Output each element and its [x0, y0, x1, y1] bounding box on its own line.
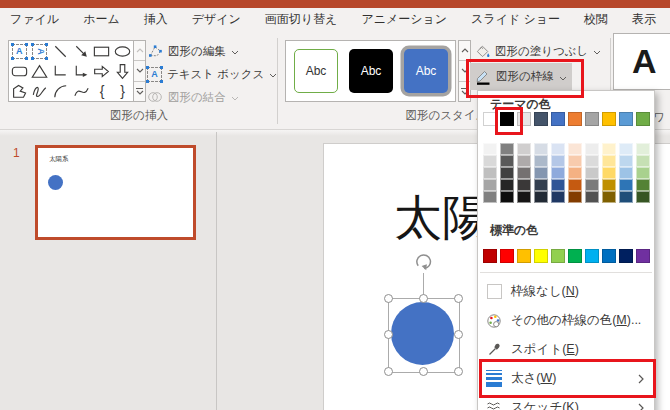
line-arrow-shape-icon[interactable]	[71, 41, 92, 61]
resize-handle[interactable]	[419, 294, 428, 303]
ribbon-tab[interactable]: 挿入	[144, 11, 168, 28]
standard-color-swatch[interactable]	[585, 249, 599, 263]
triangle-shape-icon[interactable]	[30, 61, 51, 81]
left-brace-shape-icon[interactable]: {	[92, 81, 113, 101]
shape-outline-button[interactable]: 図形の枠線	[470, 63, 572, 90]
theme-variant-swatch[interactable]	[568, 167, 582, 179]
theme-variant-swatch[interactable]	[602, 167, 616, 179]
theme-variant-swatch[interactable]	[585, 155, 599, 167]
line-shape-icon[interactable]	[50, 41, 71, 61]
styles-more-button[interactable]	[459, 82, 470, 101]
theme-variant-swatch[interactable]	[585, 179, 599, 191]
theme-variant-swatch[interactable]	[602, 191, 616, 203]
theme-variant-swatch[interactable]	[619, 167, 633, 179]
shape-fill-button[interactable]: 図形の塗りつぶし	[475, 42, 601, 60]
theme-color-swatch[interactable]	[568, 112, 582, 126]
standard-color-swatch[interactable]	[517, 249, 531, 263]
menu-item-more-outline-colors[interactable]: その他の枠線の色(M)...	[478, 306, 654, 335]
theme-color-swatch[interactable]	[636, 112, 650, 126]
rotation-handle-icon[interactable]	[412, 251, 434, 273]
standard-color-swatch[interactable]	[500, 249, 514, 263]
theme-variant-swatch[interactable]	[568, 191, 582, 203]
standard-color-swatch[interactable]	[602, 249, 616, 263]
standard-color-swatch[interactable]	[483, 249, 497, 263]
theme-variant-swatch[interactable]	[551, 143, 565, 155]
standard-color-swatch[interactable]	[619, 249, 633, 263]
style-sample-3-selected[interactable]: Abc	[404, 49, 448, 93]
wordart-sample[interactable]: A	[613, 33, 670, 90]
arc-shape-icon[interactable]	[50, 81, 71, 101]
curve-shape-icon[interactable]	[71, 81, 92, 101]
theme-variant-swatch[interactable]	[517, 155, 531, 167]
edit-shape-button[interactable]: 図形の編集	[147, 41, 239, 61]
scribble-shape-icon[interactable]	[30, 81, 51, 101]
resize-handle[interactable]	[454, 367, 463, 376]
standard-color-swatch[interactable]	[568, 249, 582, 263]
style-sample-1[interactable]: Abc	[294, 49, 338, 93]
vertical-text-box-shape-icon[interactable]: A	[30, 41, 51, 61]
theme-variant-swatch[interactable]	[636, 191, 650, 203]
text-box-button[interactable]: A テキスト ボックス	[147, 64, 277, 84]
theme-variant-swatch[interactable]	[636, 179, 650, 191]
ribbon-tab[interactable]: ホーム	[83, 11, 120, 28]
theme-variant-swatch[interactable]	[500, 143, 514, 155]
resize-handle[interactable]	[454, 330, 463, 339]
theme-color-swatch[interactable]	[517, 112, 531, 126]
theme-variant-swatch[interactable]	[619, 143, 633, 155]
ribbon-tab[interactable]: 表示	[632, 11, 656, 28]
theme-variant-swatch[interactable]	[602, 179, 616, 191]
gallery-scroll-down-button[interactable]	[134, 61, 145, 81]
theme-variant-swatch[interactable]	[636, 143, 650, 155]
theme-variant-swatch[interactable]	[636, 167, 650, 179]
theme-variant-swatch[interactable]	[585, 143, 599, 155]
styles-scroll-up-button[interactable]	[459, 41, 470, 61]
right-block-arrow-shape-icon[interactable]	[92, 61, 113, 81]
gallery-scroll-up-button[interactable]	[134, 41, 145, 61]
menu-item-eyedropper[interactable]: スポイト(E)	[478, 335, 654, 364]
menu-item-sketch[interactable]: スケッチ(K)	[478, 393, 654, 410]
circle-shape[interactable]	[391, 302, 454, 365]
theme-variant-swatch[interactable]	[568, 155, 582, 167]
standard-color-swatch[interactable]	[534, 249, 548, 263]
ribbon-tab[interactable]: 校閲	[584, 11, 608, 28]
down-block-arrow-shape-icon[interactable]	[112, 61, 133, 81]
theme-variant-swatch[interactable]	[585, 191, 599, 203]
theme-variant-swatch[interactable]	[619, 155, 633, 167]
ribbon-tab[interactable]: デザイン	[192, 11, 241, 28]
theme-variant-swatch[interactable]	[483, 143, 497, 155]
theme-color-swatch[interactable]	[602, 112, 616, 126]
theme-variant-swatch[interactable]	[534, 167, 548, 179]
theme-variant-swatch[interactable]	[585, 167, 599, 179]
theme-color-swatch[interactable]	[483, 112, 497, 126]
freeform-shape-icon[interactable]	[9, 81, 30, 101]
theme-variant-swatch[interactable]	[534, 179, 548, 191]
resize-handle[interactable]	[384, 330, 393, 339]
resize-handle[interactable]	[454, 294, 463, 303]
theme-variant-swatch[interactable]	[636, 155, 650, 167]
right-brace-shape-icon[interactable]: }	[112, 81, 133, 101]
theme-variant-swatch[interactable]	[602, 155, 616, 167]
theme-color-swatch[interactable]	[619, 112, 633, 126]
ribbon-tab[interactable]: ファイル	[10, 11, 59, 28]
theme-variant-swatch[interactable]	[517, 191, 531, 203]
gallery-more-button[interactable]	[134, 82, 145, 101]
theme-variant-swatch[interactable]	[500, 167, 514, 179]
theme-color-swatch[interactable]	[551, 112, 565, 126]
oval-shape-icon[interactable]	[112, 41, 133, 61]
style-sample-2[interactable]: Abc	[349, 49, 393, 93]
rectangle-shape-icon[interactable]	[92, 41, 113, 61]
standard-color-swatch[interactable]	[636, 249, 650, 263]
text-box-shape-icon[interactable]: A	[9, 41, 30, 61]
theme-variant-swatch[interactable]	[500, 191, 514, 203]
theme-color-swatch[interactable]	[534, 112, 548, 126]
resize-handle[interactable]	[384, 367, 393, 376]
slide-thumbnail[interactable]: 太陽系	[35, 145, 196, 240]
theme-variant-swatch[interactable]	[619, 191, 633, 203]
elbow-connector-shape-icon[interactable]	[50, 61, 71, 81]
rounded-rectangle-shape-icon[interactable]	[9, 61, 30, 81]
theme-variant-swatch[interactable]	[483, 179, 497, 191]
resize-handle[interactable]	[419, 367, 428, 376]
theme-variant-swatch[interactable]	[534, 155, 548, 167]
theme-variant-swatch[interactable]	[602, 143, 616, 155]
theme-variant-swatch[interactable]	[568, 179, 582, 191]
